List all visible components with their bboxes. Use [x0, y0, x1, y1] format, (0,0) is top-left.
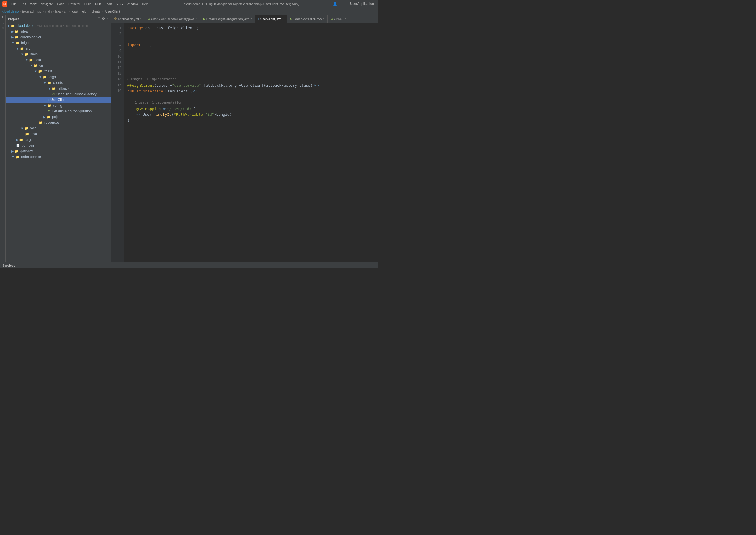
tree-java[interactable]: ▼ 📁 java [6, 57, 111, 63]
menu-file[interactable]: File [10, 2, 18, 6]
tree-feign-api[interactable]: ▼ 📁 feign-api [6, 40, 111, 46]
sidebar-collapse-all[interactable]: ⊟ [97, 16, 101, 21]
services-label: Services [2, 264, 15, 267]
tab-userclientfallback[interactable]: C UserClientFallbackFactory.java × [145, 15, 200, 23]
fallback-folder-icon: ▼ 📁 [48, 87, 56, 90]
tab-close-fallback[interactable]: × [195, 17, 197, 20]
menu-tools[interactable]: Tools [103, 2, 114, 6]
tree-resources[interactable]: 📁 resources [6, 120, 111, 126]
app-logo: IJ [2, 1, 8, 7]
project-sidebar: Project ⊟ ⚙ × ▼ 📁 cloud-demo D:\DingJiax… [6, 15, 111, 262]
bookmarks-gutter-icon[interactable]: B [2, 21, 4, 24]
bc-cloud-demo[interactable]: cloud-demo [2, 10, 18, 13]
code-line-empty1 [127, 48, 375, 54]
bc-src[interactable]: src [37, 10, 41, 13]
code-line-1: package cn.itcast.feign.clients; [127, 25, 375, 31]
menu-window[interactable]: Window [125, 2, 140, 6]
tab-close-userclient[interactable]: × [283, 17, 284, 20]
svg-text:IJ: IJ [3, 3, 6, 6]
menu-refactor[interactable]: Refactor [67, 2, 82, 6]
folder-icon: ▼ 📁 [7, 24, 15, 28]
tree-cloud-demo[interactable]: ▼ 📁 cloud-demo D:\DingJiaxiong\IdeaProje… [6, 23, 111, 29]
menu-view[interactable]: View [28, 2, 39, 6]
config-class-icon: C [48, 109, 50, 113]
tab-ordercontroller[interactable]: C OrderController.java × [287, 15, 328, 23]
interface-icon: I [48, 98, 49, 101]
tree-UserClientFallbackFactory[interactable]: C UserClientFallbackFactory [6, 91, 111, 97]
tree-cn[interactable]: ▼ 📁 cn [6, 63, 111, 69]
code-line-11: public interface UserClient { ⚙◦↓ [127, 88, 375, 94]
menu-run[interactable]: Run [94, 2, 103, 6]
tab-close-order[interactable]: × [323, 17, 325, 20]
bc-cn[interactable]: cn [64, 10, 68, 13]
tree-test[interactable]: ▼ 📁 test [6, 126, 111, 131]
tab-defaultfeignconfig[interactable]: C DefaultFeignConfiguration.java × [200, 15, 256, 23]
user-icon[interactable]: 👤 [331, 1, 339, 7]
tab-close-orde[interactable]: × [345, 17, 346, 20]
xml-icon: 📄 [16, 144, 20, 148]
tab-close-yml[interactable]: × [140, 17, 142, 20]
tab-close-defaultfeign[interactable]: × [251, 17, 252, 20]
tree-feign[interactable]: ▼ 📁 feign [6, 74, 111, 80]
interface-tab-icon: I [258, 17, 259, 20]
yml-icon: ⚙ [114, 17, 117, 20]
module-expanded-icon: ▼ 📁 [12, 41, 19, 45]
menu-navigate[interactable]: Navigate [39, 2, 54, 6]
code-line-empty4 [127, 65, 375, 71]
bottom-panel-title: Services [0, 262, 378, 268]
java-tab-icon4: C [330, 17, 333, 20]
editor-area: ⚙ application.yml × C UserClientFallback… [111, 15, 378, 262]
tree-UserClient[interactable]: I UserClient [6, 97, 111, 103]
tree-config[interactable]: ▼ 📁 config [6, 103, 111, 108]
pojo-folder-icon: ▶ 📁 [43, 115, 50, 119]
tab-orde-ellipsis[interactable]: C Orde... × [328, 15, 349, 23]
sidebar-header: Project ⊟ ⚙ × [6, 15, 111, 23]
src-folder-icon: ▼ 📁 [16, 47, 24, 50]
tree-pojo[interactable]: ▶ 📁 pojo [6, 114, 111, 120]
code-hint-usage1: 1 usage 1 implementation [127, 100, 375, 105]
tree-pom-xml[interactable]: 📄 pom.xml [6, 143, 111, 148]
tree-src[interactable]: ▼ 📁 src [6, 46, 111, 51]
feign-folder-icon: ▼ 📁 [39, 75, 47, 79]
left-gutter: P B S [0, 15, 6, 262]
tree-DefaultFeignConfiguration[interactable]: C DefaultFeignConfiguration [6, 108, 111, 114]
sidebar-title: Project [8, 17, 97, 20]
bc-itcast[interactable]: itcast [71, 10, 78, 13]
structure-gutter-icon[interactable]: S [2, 27, 4, 30]
sidebar-settings[interactable]: ⚙ [102, 16, 105, 21]
tree-order-service[interactable]: ▼ 📁 order-service [6, 154, 111, 160]
code-content[interactable]: package cn.itcast.feign.clients; import … [124, 23, 378, 262]
tree-fallback[interactable]: ▼ 📁 fallback [6, 86, 111, 91]
bc-main[interactable]: main [45, 10, 52, 13]
bc-clients[interactable]: clients [92, 10, 100, 13]
tree-idea[interactable]: ▶ 📁 .idea [6, 29, 111, 34]
code-line-14: ⚙◦↓ User findById ( @PathVariable ( "id"… [127, 112, 375, 118]
back-icon[interactable]: ← [340, 1, 347, 7]
tree-target[interactable]: ▶ 📁 target [6, 137, 111, 143]
tree-test-java[interactable]: 📁 java [6, 131, 111, 137]
tree-main[interactable]: ▼ 📁 main [6, 51, 111, 57]
clients-folder-icon: ▼ 📁 [43, 81, 51, 85]
menu-help[interactable]: Help [140, 2, 150, 6]
code-line-4: import ...; [127, 42, 375, 48]
tree-eureka-server[interactable]: ▶ 📁 eureka-server [6, 34, 111, 40]
bc-java[interactable]: java [55, 10, 61, 13]
tree-itcast[interactable]: ▼ 📁 itcast [6, 69, 111, 74]
menu-code[interactable]: Code [55, 2, 66, 6]
bc-feign-api[interactable]: feign-api [22, 10, 34, 13]
class-icon: C [52, 92, 55, 96]
bc-userclient: IUserClient [104, 10, 120, 13]
module-icon: ▶ 📁 [12, 35, 18, 39]
tree-gateway[interactable]: ▶ 📁 gateway [6, 148, 111, 154]
tab-application-yml[interactable]: ⚙ application.yml × [111, 15, 145, 23]
code-line-16 [127, 123, 375, 129]
test-java-folder-icon: 📁 [25, 132, 29, 136]
menu-build[interactable]: Build [83, 2, 93, 6]
tab-userclient[interactable]: I UserClient.java × [256, 15, 288, 23]
menu-edit[interactable]: Edit [19, 2, 28, 6]
project-gutter-icon[interactable]: P [2, 16, 4, 19]
tree-clients[interactable]: ▼ 📁 clients [6, 80, 111, 86]
sidebar-close[interactable]: × [106, 16, 109, 21]
bc-feign[interactable]: feign [81, 10, 88, 13]
menu-vcs[interactable]: VCS [115, 2, 124, 6]
